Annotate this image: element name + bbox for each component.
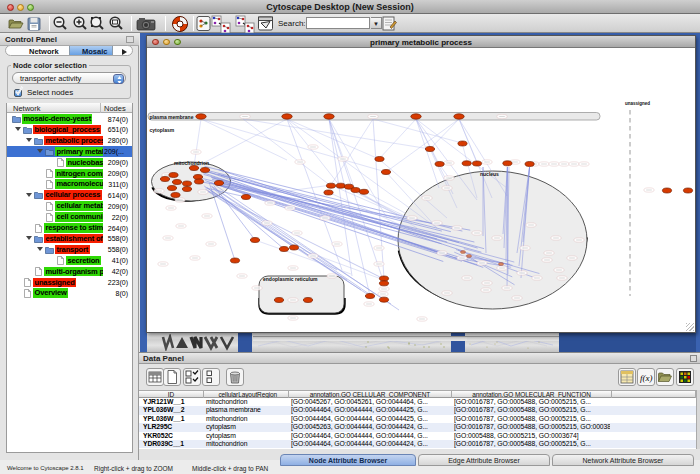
svg-text:mitochondrion: mitochondrion bbox=[174, 160, 209, 166]
svg-text:unassigned: unassigned bbox=[625, 101, 650, 106]
svg-text:endoplasmic reticulum: endoplasmic reticulum bbox=[263, 276, 318, 282]
svg-text:f(x): f(x) bbox=[640, 373, 653, 383]
svg-text:nucleus: nucleus bbox=[480, 171, 499, 177]
svg-text:plasma membrane: plasma membrane bbox=[150, 114, 194, 120]
svg-text:cytoplasm: cytoplasm bbox=[150, 127, 175, 133]
